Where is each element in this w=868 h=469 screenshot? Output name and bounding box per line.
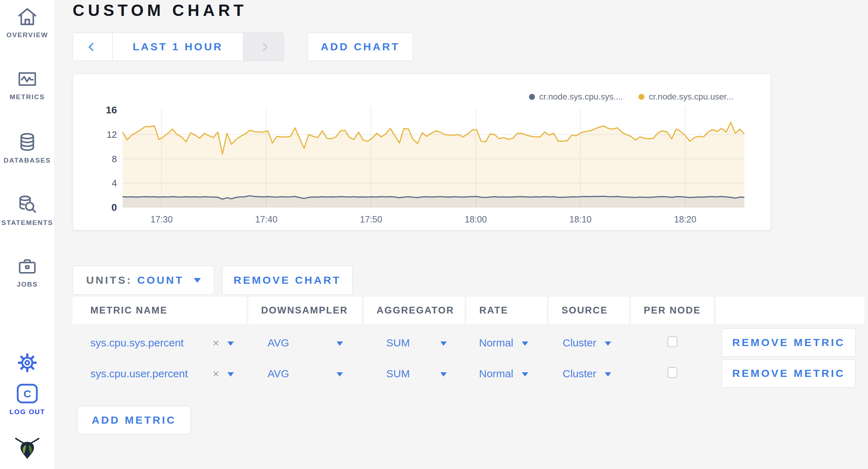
chart-legend: cr.node.sys.cpu.sys.... cr.node.sys.cpu.…	[529, 92, 733, 102]
aggregator-select[interactable]: SUM	[386, 337, 410, 349]
rate-caret-icon[interactable]	[522, 337, 528, 349]
legend-label: cr.node.sys.cpu.user...	[649, 92, 733, 102]
sidebar-item-label: JOBS	[0, 281, 55, 288]
svg-text:17:50: 17:50	[360, 214, 382, 224]
add-chart-button[interactable]: ADD CHART	[308, 33, 413, 61]
sidebar-item-overview[interactable]: OVERVIEW	[0, 6, 55, 39]
briefcase-icon	[16, 256, 39, 277]
legend-dot	[529, 94, 535, 100]
chevron-down-icon	[194, 278, 201, 283]
metric-caret-icon[interactable]	[227, 368, 234, 380]
sidebar-item-metrics[interactable]: METRICS	[0, 68, 55, 101]
source-caret-icon[interactable]	[605, 337, 611, 349]
logout-label: LOG OUT	[0, 408, 55, 416]
home-icon	[16, 6, 39, 28]
column-header-metric-name: METRIC NAME	[73, 297, 246, 324]
remove-metric-button[interactable]: REMOVE METRIC	[722, 328, 856, 357]
downsampler-select[interactable]: AVG	[267, 337, 289, 349]
metric-name-combobox[interactable]: sys.cpu.user.percent	[90, 368, 188, 380]
units-value: COUNT	[137, 274, 184, 286]
metrics-chart-icon	[16, 68, 39, 90]
svg-text:C: C	[23, 388, 31, 400]
custom-chart-page: { "header": { "title": "CUSTOM CHART" },…	[0, 0, 868, 469]
svg-text:0: 0	[111, 202, 117, 213]
sidebar-item-jobs[interactable]: JOBS	[0, 256, 55, 288]
clear-metric-button[interactable]: ×	[213, 337, 219, 350]
downsampler-caret-icon[interactable]	[337, 337, 343, 349]
rate-select[interactable]: Normal	[479, 337, 513, 349]
aggregator-caret-icon[interactable]	[440, 368, 447, 380]
column-header-rate: RATE	[467, 297, 547, 324]
database-icon	[16, 131, 38, 153]
cockroach-logo	[14, 433, 40, 460]
column-header-actions	[716, 297, 864, 324]
logout-c-icon: C	[16, 383, 39, 405]
per-node-checkbox[interactable]	[667, 367, 677, 378]
database-search-icon	[16, 193, 39, 215]
downsampler-caret-icon[interactable]	[337, 368, 343, 380]
time-window-selector: LAST 1 HOUR	[73, 33, 284, 61]
source-select[interactable]: Cluster	[563, 337, 596, 349]
svg-text:17:40: 17:40	[255, 214, 277, 224]
sidebar-item-databases[interactable]: DATABASES	[0, 131, 55, 164]
time-window-range-dropdown[interactable]: LAST 1 HOUR	[113, 33, 243, 61]
sidebar: OVERVIEW METRICS DATABASES STATEMENTS	[0, 0, 55, 469]
time-window-prev-button[interactable]	[73, 33, 113, 61]
metric-row: sys.cpu.user.percent × AVG SUM Normal Cl…	[73, 358, 864, 389]
gear-icon	[15, 351, 39, 375]
page-title: CUSTOM CHART	[73, 1, 247, 20]
sidebar-logout[interactable]: C LOG OUT	[0, 383, 55, 416]
metric-caret-icon[interactable]	[227, 337, 234, 349]
svg-text:17:30: 17:30	[151, 214, 173, 224]
units-label: UNITS:	[86, 274, 132, 286]
remove-metric-button[interactable]: REMOVE METRIC	[722, 359, 856, 388]
svg-text:18:10: 18:10	[569, 214, 592, 224]
sidebar-item-label: METRICS	[0, 93, 55, 101]
sidebar-item-label: OVERVIEW	[0, 31, 55, 39]
remove-chart-button[interactable]: REMOVE CHART	[222, 266, 353, 295]
legend-item[interactable]: cr.node.sys.cpu.sys....	[529, 92, 623, 102]
metric-name-combobox[interactable]: sys.cpu.sys.percent	[90, 337, 184, 349]
metric-row: sys.cpu.sys.percent × AVG SUM Normal Clu…	[73, 328, 864, 358]
per-node-checkbox[interactable]	[667, 336, 677, 347]
add-metric-button[interactable]: ADD METRIC	[77, 406, 191, 434]
svg-text:16: 16	[106, 104, 117, 115]
legend-item[interactable]: cr.node.sys.cpu.user...	[638, 92, 733, 102]
column-header-downsampler: DOWNSAMPLER	[248, 297, 362, 324]
column-header-aggregator: AGGREGATOR	[364, 297, 464, 324]
rate-select[interactable]: Normal	[479, 368, 513, 380]
svg-text:4: 4	[112, 178, 117, 188]
svg-text:12: 12	[107, 129, 117, 140]
sidebar-logo	[0, 433, 55, 460]
column-header-per-node: PER NODE	[631, 297, 714, 324]
legend-dot	[638, 94, 644, 100]
time-window-next-button[interactable]	[243, 33, 283, 61]
units-dropdown[interactable]: UNITS: COUNT	[73, 266, 214, 295]
source-caret-icon[interactable]	[605, 368, 611, 380]
rate-caret-icon[interactable]	[522, 368, 528, 380]
clear-metric-button[interactable]: ×	[213, 367, 219, 380]
sidebar-item-statements[interactable]: STATEMENTS	[0, 193, 55, 227]
sidebar-settings[interactable]	[0, 351, 55, 375]
svg-text:8: 8	[112, 154, 117, 164]
chart-panel: 17:3017:4017:5018:0018:1018:200481216 cr…	[73, 74, 771, 230]
svg-text:18:00: 18:00	[465, 214, 487, 224]
source-select[interactable]: Cluster	[563, 368, 596, 380]
sidebar-item-label: STATEMENTS	[0, 219, 55, 227]
downsampler-select[interactable]: AVG	[267, 368, 289, 380]
chevron-left-icon	[88, 43, 97, 51]
column-header-source: SOURCE	[549, 297, 629, 324]
legend-label: cr.node.sys.cpu.sys....	[539, 92, 623, 102]
chevron-right-icon	[259, 43, 267, 51]
sidebar-item-label: DATABASES	[0, 157, 55, 164]
svg-text:18:20: 18:20	[674, 214, 697, 224]
aggregator-caret-icon[interactable]	[440, 337, 447, 349]
aggregator-select[interactable]: SUM	[386, 368, 410, 380]
